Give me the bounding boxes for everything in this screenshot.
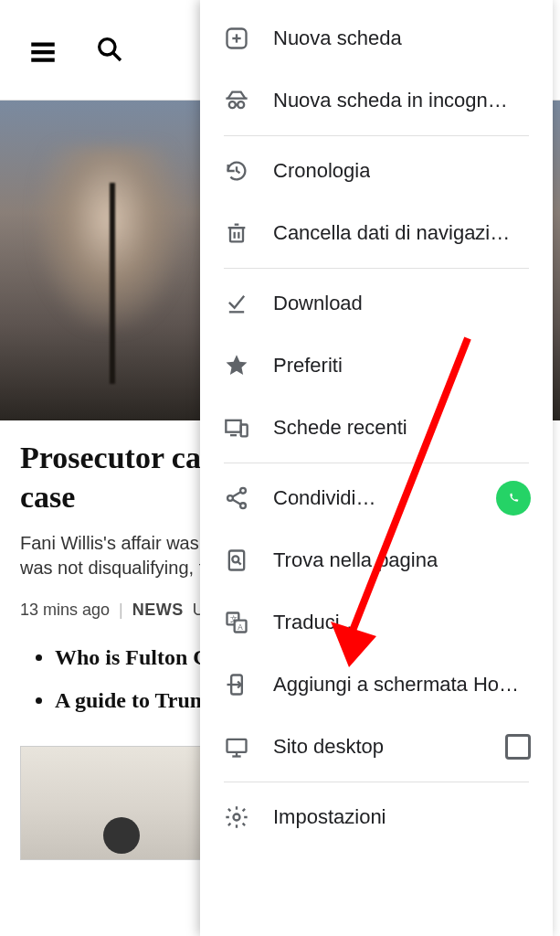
video-thumbnail[interactable]: [20, 746, 212, 860]
menu-item-label: Preferiti: [273, 354, 343, 378]
svg-point-0: [100, 38, 115, 54]
svg-rect-23: [229, 551, 244, 570]
svg-line-21: [233, 492, 241, 496]
add-to-home-icon: [224, 672, 249, 697]
article-timestamp: 13 mins ago: [20, 601, 110, 620]
desktop-site-checkbox[interactable]: [505, 734, 531, 760]
svg-line-1: [113, 53, 121, 60]
svg-text:A: A: [238, 623, 243, 632]
menu-item-label: Impostazioni: [273, 805, 386, 829]
menu-item-label: Cancella dati di navigazi…: [273, 221, 510, 245]
hamburger-icon[interactable]: [27, 35, 58, 66]
menu-item-history[interactable]: Cronologia: [200, 140, 553, 202]
menu-item-recent-tabs[interactable]: Schede recenti: [200, 397, 553, 459]
svg-text:文: 文: [230, 615, 238, 623]
svg-point-6: [229, 101, 236, 108]
svg-point-19: [227, 495, 233, 501]
share-icon: [224, 485, 249, 511]
menu-item-incognito[interactable]: Nuova scheda in incogn…: [200, 69, 553, 132]
find-in-page-icon: [224, 548, 249, 573]
menu-item-settings[interactable]: Impostazioni: [200, 786, 553, 848]
translate-icon: 文A: [224, 610, 249, 635]
svg-point-35: [234, 814, 240, 821]
menu-item-label: Aggiungi a schermata Ho…: [273, 673, 519, 697]
whatsapp-icon[interactable]: [496, 481, 531, 516]
menu-item-label: Sito desktop: [273, 735, 384, 759]
download-done-icon: [224, 291, 249, 316]
menu-item-desktop-site[interactable]: Sito desktop: [200, 716, 553, 778]
meta-separator: |: [119, 601, 123, 620]
menu-divider: [224, 268, 529, 269]
svg-rect-32: [227, 739, 247, 752]
svg-point-18: [240, 488, 246, 494]
menu-item-translate[interactable]: 文ATraduci…: [200, 591, 553, 654]
menu-item-label: Schede recenti: [273, 416, 407, 440]
article-category[interactable]: NEWS: [132, 601, 184, 620]
desktop-icon: [224, 734, 249, 760]
menu-item-label: Nuova scheda in incogn…: [273, 89, 508, 112]
menu-divider: [224, 782, 529, 782]
devices-icon: [224, 415, 249, 441]
browser-overflow-menu: Nuova schedaNuova scheda in incogn…Crono…: [200, 0, 553, 936]
menu-item-new-tab[interactable]: Nuova scheda: [200, 7, 553, 69]
menu-item-find[interactable]: Trova nella pagina: [200, 529, 553, 591]
svg-point-7: [238, 101, 244, 108]
svg-point-20: [240, 503, 246, 508]
star-icon: [224, 353, 249, 378]
menu-item-label: Trova nella pagina: [273, 548, 438, 572]
svg-line-22: [233, 499, 241, 504]
incognito-icon: [224, 88, 249, 113]
menu-item-add-home[interactable]: Aggiungi a schermata Ho…: [200, 654, 553, 716]
svg-rect-15: [226, 420, 240, 432]
svg-rect-9: [230, 228, 243, 241]
menu-item-clear-data[interactable]: Cancella dati di navigazi…: [200, 202, 553, 264]
svg-rect-17: [241, 425, 248, 437]
svg-line-25: [238, 562, 241, 565]
svg-point-24: [232, 556, 238, 562]
plus-box-icon: [224, 26, 249, 51]
menu-divider: [224, 135, 529, 136]
menu-divider: [224, 463, 529, 463]
menu-item-label: Traduci…: [273, 611, 360, 634]
trash-icon: [224, 220, 249, 246]
menu-item-label: Cronologia: [273, 159, 370, 183]
menu-item-share[interactable]: Condividi…: [200, 467, 553, 529]
menu-item-label: Nuova scheda: [273, 27, 402, 50]
search-icon[interactable]: [95, 35, 126, 66]
gear-icon: [224, 804, 249, 830]
menu-item-label: Condividi…: [273, 486, 376, 510]
menu-item-downloads[interactable]: Download: [200, 272, 553, 335]
menu-item-label: Download: [273, 292, 363, 315]
history-icon: [224, 158, 249, 184]
menu-item-bookmarks[interactable]: Preferiti: [200, 335, 553, 397]
